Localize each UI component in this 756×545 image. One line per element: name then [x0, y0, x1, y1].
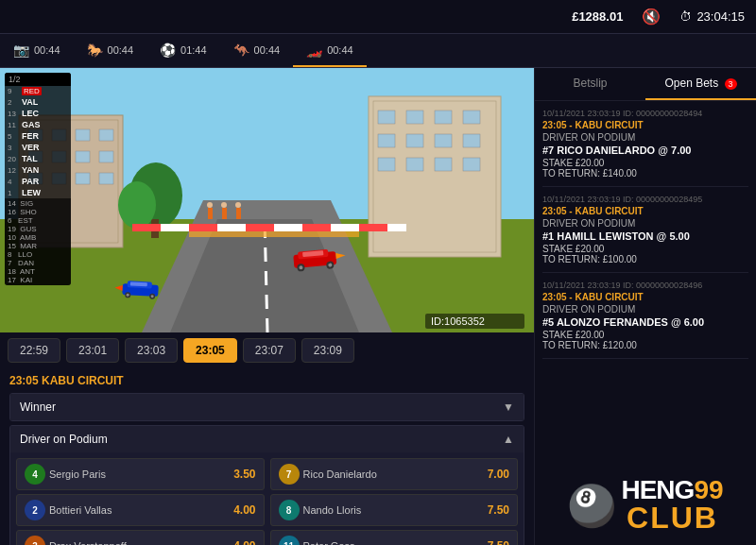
svg-rect-9	[76, 129, 90, 141]
bet-row-2: 2 Bottieri Vallas 4.00 8 Nando Lloris 7.…	[16, 494, 518, 526]
driver-name-bottieri: Bottieri Vallas	[49, 504, 230, 516]
bet-item-bottieri[interactable]: 2 Bottieri Vallas 4.00	[16, 494, 265, 526]
open-bet-item-3: 10/11/2021 23:03:19 ID: 00000000028496 2…	[542, 281, 748, 359]
svg-rect-26	[406, 134, 423, 147]
svg-rect-27	[435, 134, 452, 147]
bet-category-podium: Driver on Podium ▲ 4 Sergio Paris 3.50 7	[9, 425, 524, 545]
svg-rect-44	[331, 224, 359, 231]
bet-item-nando[interactable]: 8 Nando Lloris 7.50	[270, 494, 519, 526]
svg-rect-23	[435, 111, 452, 124]
svg-point-67	[235, 202, 241, 208]
ob-driver-2: #1 HAMILL LEWISTON @ 5.00	[542, 230, 748, 242]
nav-tab-soccer[interactable]: ⚽ 01:44	[146, 34, 220, 67]
ob-circuit-3: 23:05 - KABU CIRCUIT	[542, 292, 748, 302]
time-btn-2303[interactable]: 23:03	[125, 338, 178, 363]
time-btn-2305[interactable]: 23:05	[183, 338, 237, 363]
svg-rect-66	[236, 208, 241, 219]
svg-rect-18	[99, 173, 113, 184]
time-btn-2307[interactable]: 23:07	[243, 338, 296, 363]
lb-row-6: 3VER	[5, 142, 71, 153]
time-buttons-row: 22:59 23:01 23:03 23:05 23:07 23:09	[0, 332, 534, 368]
lb-row-9: 4PAR	[5, 176, 71, 187]
ob-type-2: DRIVER ON PODIUM	[542, 218, 748, 229]
lb-row-5: 5FER	[5, 130, 71, 142]
lb-row-8: 12YAN	[5, 164, 71, 176]
odds-rico: 7.00	[488, 468, 509, 481]
time-btn-2309[interactable]: 23:09	[301, 338, 354, 363]
odds-drax: 4.00	[233, 539, 255, 545]
open-bets-badge: 3	[725, 78, 737, 90]
nav-tab-racing[interactable]: 🏎️ 00:44	[293, 34, 367, 67]
lb-row-10: 1LEW	[5, 187, 71, 198]
racing-icon: 🏎️	[306, 43, 322, 58]
clock-icon: ⏱	[679, 9, 692, 24]
svg-rect-45	[359, 224, 387, 231]
horse-icon: 🐎	[87, 43, 103, 58]
soccer-icon: ⚽	[160, 43, 176, 58]
balance-display: £1288.01	[572, 9, 623, 24]
ob-stake-3: STAKE £20.00	[542, 330, 748, 340]
ob-driver-3: #5 ALONZO FERNANDES @ 6.00	[542, 316, 748, 328]
time-btn-2259[interactable]: 22:59	[8, 338, 60, 363]
odds-bottieri: 4.00	[233, 503, 255, 517]
ob-type-1: DRIVER ON PODIUM	[542, 132, 748, 143]
driver-num-8: 8	[279, 500, 300, 520]
race-scene: ID:1065352	[0, 68, 534, 332]
camera-icon: 📷	[13, 43, 29, 58]
bet-cat-header-winner[interactable]: Winner ▼	[10, 394, 524, 420]
svg-point-63	[207, 202, 213, 208]
bet-cat-header-podium[interactable]: Driver on Podium ▲	[10, 426, 524, 452]
bet-item-drax[interactable]: 3 Drax Verstoppoff 4.00	[16, 530, 265, 545]
ob-stake-2: STAKE £20.00	[542, 244, 748, 254]
svg-rect-39	[189, 224, 217, 231]
ob-circuit-1: 23:05 - KABU CIRCUIT	[542, 120, 748, 130]
svg-rect-13	[76, 151, 90, 162]
driver-name-drax: Drax Verstoppoff	[49, 540, 230, 545]
odds-peter: 7.50	[488, 539, 509, 545]
svg-rect-32	[463, 158, 480, 171]
nav-tabs: 📷 00:44 🐎 00:44 ⚽ 01:44 🦘 00:44 🏎️ 00:44	[0, 34, 756, 68]
bet-cat-title-winner: Winner	[20, 400, 56, 414]
svg-rect-40	[217, 224, 246, 231]
lb-row-7: 20TAL	[5, 153, 71, 164]
nav-tab-kangaroo[interactable]: 🦘 00:44	[220, 34, 294, 67]
panel-tabs: Betslip Open Bets 3	[535, 68, 756, 101]
tab-betslip[interactable]: Betslip	[535, 68, 645, 100]
time-btn-2301[interactable]: 23:01	[66, 338, 119, 363]
ob-return-1: TO RETURN: £140.00	[542, 168, 748, 179]
ob-meta-2: 10/11/2021 23:03:19 ID: 00000000028495	[542, 195, 748, 204]
svg-rect-10	[99, 129, 113, 141]
lb-row-4: 11GAS	[5, 119, 71, 130]
svg-rect-17	[76, 173, 90, 184]
svg-rect-43	[302, 224, 331, 231]
race-title: 23:05 KABU CIRCUIT	[9, 374, 524, 387]
time-display: ⏱ 23:04:15	[679, 9, 745, 24]
bet-item-peter[interactable]: 11 Peter Gass 7.50	[270, 530, 519, 545]
bet-item-rico-danielardo[interactable]: 7 Rico Danielardo 7.00	[270, 458, 519, 490]
nav-tab-horse[interactable]: 🐎 00:44	[74, 34, 147, 67]
ob-meta-3: 10/11/2021 23:03:19 ID: 00000000028496	[542, 281, 748, 290]
ball-emoji: 🎱	[567, 483, 616, 529]
mute-icon[interactable]: 🔇	[642, 8, 661, 26]
svg-rect-42	[274, 224, 302, 231]
svg-rect-31	[435, 158, 452, 171]
bet-row-1: 4 Sergio Paris 3.50 7 Rico Danielardo 7.…	[16, 458, 518, 490]
ob-driver-1: #7 RICO DANIELARDO @ 7.00	[542, 145, 748, 156]
svg-text:ID:1065352: ID:1065352	[431, 315, 485, 327]
main-layout: ID:1065352 1/2 9RED 2VAL 13LEC 11GAS 5FE…	[0, 68, 756, 545]
svg-rect-24	[463, 111, 480, 124]
odds-nando: 7.50	[488, 503, 509, 517]
chevron-down-icon-winner: ▼	[503, 400, 514, 414]
nav-tab-camera[interactable]: 📷 00:44	[0, 34, 74, 67]
svg-point-65	[221, 202, 227, 208]
ob-meta-1: 10/11/2021 23:03:19 ID: 00000000028494	[542, 109, 748, 118]
open-bets-list: 10/11/2021 23:03:19 ID: 00000000028494 2…	[535, 101, 756, 467]
svg-rect-38	[161, 224, 189, 231]
svg-rect-21	[378, 111, 395, 124]
bet-item-sergio-paris[interactable]: 4 Sergio Paris 3.50	[16, 458, 265, 490]
tab-open-bets[interactable]: Open Bets 3	[645, 68, 756, 100]
driver-num-7: 7	[279, 464, 300, 485]
bet-category-winner: Winner ▼	[9, 393, 524, 421]
svg-rect-64	[222, 208, 227, 219]
driver-num-2: 2	[25, 500, 45, 520]
